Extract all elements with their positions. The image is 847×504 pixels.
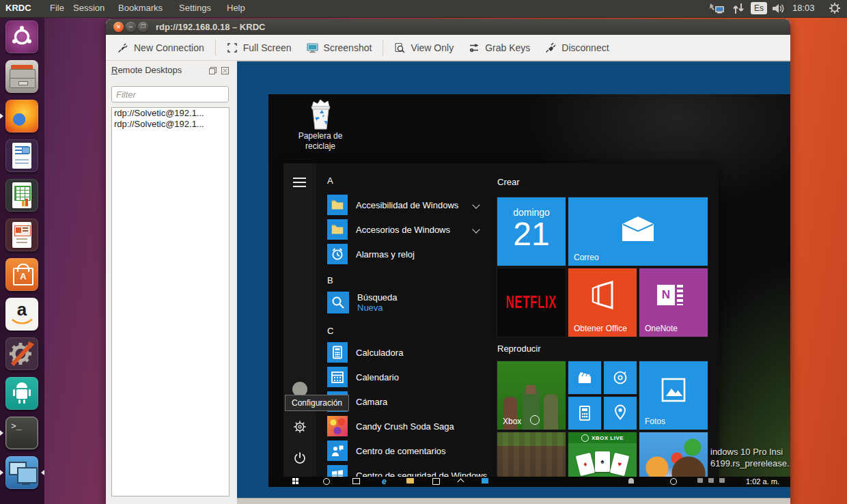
candy-crush-icon	[327, 416, 348, 436]
tile-calculadora-small[interactable]	[568, 397, 601, 430]
dock-item-files[interactable]	[5, 60, 38, 93]
start-item-accesibilidad[interactable]: Accesibilidad de Windows	[327, 194, 479, 216]
grab-keys-button[interactable]: Grab Keys	[461, 38, 538, 58]
dock-item-dash[interactable]	[5, 20, 38, 53]
view-only-label: View Only	[411, 42, 454, 53]
window-close-button[interactable]: ×	[113, 22, 124, 32]
remote-view[interactable]: Papelera de reciclaje Configuración	[237, 61, 790, 504]
people-icon[interactable]	[628, 478, 634, 484]
task-view-icon[interactable]	[352, 478, 360, 484]
view-only-button[interactable]: View Only	[387, 38, 461, 58]
tray-expand-icon[interactable]	[458, 479, 464, 486]
menu-session[interactable]: Session	[73, 3, 105, 13]
tile-calendario[interactable]: domingo 21	[497, 197, 566, 266]
photos-icon	[661, 378, 686, 402]
tile-obtener-office[interactable]: Obtener Office	[568, 268, 637, 337]
tile-onenote[interactable]: N OneNote	[639, 268, 708, 337]
pinned-app-icon[interactable]	[482, 478, 488, 484]
connection-item[interactable]: rdp://Solvetic@192.1...	[112, 119, 229, 130]
remote-screen[interactable]: Papelera de reciclaje Configuración	[268, 94, 790, 487]
filter-input[interactable]	[111, 86, 229, 102]
updown-arrows-icon[interactable]	[732, 3, 745, 14]
start-item-calendario[interactable]: Calendario	[327, 366, 479, 388]
start-button-icon[interactable]	[292, 478, 298, 484]
start-item-camara[interactable]: Cámara	[327, 391, 479, 412]
close-panel-icon[interactable]	[221, 66, 230, 75]
keyboard-layout-indicator[interactable]: Es	[751, 2, 767, 14]
dock-item-software[interactable]: A	[5, 258, 38, 291]
session-gear-icon[interactable]	[829, 2, 841, 14]
volume-icon[interactable]	[772, 3, 786, 14]
horizontal-scrollbar[interactable]	[237, 498, 790, 504]
start-item-centro-seguridad[interactable]: Centro de seguridad de Windows...	[327, 464, 479, 477]
screenshot-button[interactable]: Screenshot	[299, 38, 380, 58]
menu-help[interactable]: Help	[227, 3, 245, 13]
start-item-label: Accesorios de Windows	[356, 225, 450, 235]
menu-bookmarks[interactable]: Bookmarks	[118, 3, 163, 13]
tray-icon[interactable]	[708, 478, 714, 483]
new-connection-button[interactable]: New Connection	[110, 38, 212, 58]
tile-mapas[interactable]	[604, 397, 637, 430]
connection-item[interactable]: rdp://Solvetic@192.1...	[112, 108, 229, 119]
panel-title: Remote Desktops	[111, 65, 182, 75]
xbox-character-head	[526, 385, 536, 394]
chevron-down-icon[interactable]	[472, 225, 480, 233]
running-indicator	[0, 430, 3, 436]
dock-item-writer[interactable]	[5, 139, 38, 172]
start-item-calculadora[interactable]: Calculadora	[327, 341, 479, 363]
tile-peliculas-tv[interactable]	[568, 361, 601, 394]
full-screen-button[interactable]: Full Screen	[219, 38, 299, 58]
dock-item-firefox[interactable]	[5, 100, 38, 132]
dock-item-calc[interactable]	[5, 179, 38, 212]
dock-item-krdc[interactable]	[5, 456, 38, 489]
power-icon[interactable]	[292, 451, 307, 466]
dock-item-settings[interactable]	[5, 337, 38, 370]
cortana-search-icon[interactable]	[323, 478, 330, 485]
remote-indicator-icon[interactable]	[709, 3, 725, 14]
tray-status-icon[interactable]	[670, 478, 677, 485]
dock-item-impress[interactable]	[5, 219, 38, 251]
tile-label: Xbox	[503, 417, 521, 426]
hamburger-menu-icon[interactable]	[293, 178, 306, 190]
calendar-icon	[327, 367, 348, 387]
window-maximize-button[interactable]: ❒	[138, 22, 148, 32]
tray-icon[interactable]	[697, 478, 703, 483]
dock-item-terminal[interactable]: >_	[5, 417, 38, 449]
dock-item-amazon[interactable]: a	[5, 298, 38, 331]
edge-icon[interactable]: e	[382, 478, 387, 485]
start-item-label: Centro de seguridad de Windows...	[356, 471, 495, 477]
desktop-clock[interactable]: 18:03	[792, 3, 815, 13]
volume-tray-icon[interactable]	[719, 478, 725, 483]
menu-file[interactable]: File	[50, 3, 64, 13]
file-explorer-icon[interactable]	[406, 478, 414, 484]
window-minimize-button[interactable]: −	[126, 22, 136, 32]
start-item-label: Alarmas y reloj	[356, 249, 415, 260]
settings-gear-icon[interactable]	[292, 419, 307, 434]
menu-settings[interactable]: Settings	[179, 3, 211, 13]
tile-correo[interactable]: Correo	[568, 197, 708, 266]
remote-taskbar[interactable]: e 1:02 a. m.	[268, 477, 790, 487]
plug-icon	[117, 42, 128, 53]
start-item-alarmas[interactable]: Alarmas y reloj	[327, 243, 479, 265]
store-icon[interactable]	[432, 478, 440, 485]
recycle-bin[interactable]: Papelera de reciclaje	[282, 98, 359, 152]
tile-groove-musica[interactable]	[604, 361, 637, 394]
xbox-sphere-icon	[581, 434, 589, 442]
tile-candy-crush[interactable]	[639, 432, 708, 477]
start-item-busqueda[interactable]: Búsqueda Nueva	[327, 290, 479, 315]
tile-minecraft[interactable]: MINECRAFT WINDOWS 10 EDITION	[497, 432, 566, 477]
disconnect-button[interactable]: Disconnect	[538, 38, 616, 58]
start-item-candy-crush[interactable]: Candy Crush Soda Saga	[327, 415, 479, 437]
window-titlebar[interactable]: × − ❒ rdp://192.168.0.18 – KRDC	[106, 19, 790, 35]
tile-xbox[interactable]: Xbox	[497, 361, 566, 430]
tile-fotos[interactable]: Fotos	[639, 361, 708, 430]
tile-netflix[interactable]: NETFLIX	[497, 268, 566, 337]
tile-solitaire[interactable]: XBOX LIVE ♦ ♠ ♥	[568, 432, 637, 477]
dock-item-android[interactable]	[5, 377, 38, 410]
start-item-centro-comentarios[interactable]: Centro de comentarios	[327, 440, 479, 462]
chevron-down-icon[interactable]	[472, 201, 480, 208]
start-item-label: Búsqueda Nueva	[357, 292, 398, 313]
start-item-accesorios[interactable]: Accesorios de Windows	[327, 219, 479, 240]
float-panel-icon[interactable]	[208, 66, 217, 75]
remote-clock[interactable]: 1:02 a. m.	[746, 477, 779, 486]
